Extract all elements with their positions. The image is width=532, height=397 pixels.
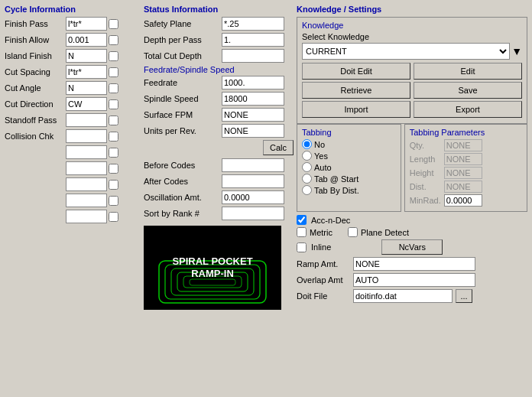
safety-plane-label: Safety Plane (144, 19, 220, 28)
cut-angle-checkbox[interactable] (109, 83, 118, 93)
edit-button[interactable]: Edit (414, 63, 522, 80)
extra5-checkbox[interactable] (109, 212, 118, 222)
param-minrad: MinRad. (410, 194, 522, 207)
param-dist: Dist. (410, 181, 522, 193)
cut-angle-input[interactable] (66, 81, 107, 95)
spindle-speed-label: Spindle Speed (144, 94, 220, 103)
island-finish-checkbox[interactable] (109, 51, 118, 61)
save-button[interactable]: Save (414, 82, 522, 99)
standoff-pass-checkbox[interactable] (109, 116, 118, 125)
doit-file-input[interactable] (353, 289, 453, 303)
ramp-amt-input[interactable] (353, 257, 475, 271)
finish-allow-checkbox[interactable] (109, 35, 118, 45)
param-minrad-input[interactable] (444, 194, 482, 207)
oscillation-amt-label: Oscillation Amt. (144, 193, 220, 202)
calc-button[interactable]: Calc (263, 140, 294, 155)
extra1-checkbox[interactable] (109, 148, 118, 158)
depth-per-pass-row: Depth per Pass (144, 33, 294, 47)
param-length-input[interactable] (444, 153, 482, 165)
import-button[interactable]: Import (302, 101, 410, 118)
doit-file-label: Doit File (297, 291, 350, 301)
oscillation-amt-input[interactable] (222, 190, 284, 204)
collision-chk-checkbox[interactable] (109, 132, 118, 142)
cut-spacing-label: Cut Spacing (5, 67, 64, 76)
tabbing-params-group: Tabbing Parameters Qty. Length Height Di… (404, 124, 527, 212)
cut-spacing-checkbox[interactable] (109, 67, 118, 77)
knowledge-dropdown-arrow[interactable]: ▼ (511, 45, 522, 57)
metric-checkbox[interactable] (297, 227, 307, 237)
select-knowledge-label: Select Knowledge (302, 32, 522, 41)
svg-rect-5 (190, 279, 235, 285)
units-per-rev-label: Units per Rev. (144, 126, 220, 135)
ncvars-button[interactable]: NcVars (381, 239, 443, 255)
radio-no-input[interactable] (302, 139, 312, 149)
field-row-collision-chk: Collision Chk (5, 129, 141, 143)
radio-tab-by-dist-label: Tab By Dist. (314, 186, 359, 195)
field-row-finish-pass: Finish Pass (5, 17, 141, 31)
island-finish-input[interactable] (66, 49, 107, 63)
radio-auto-input[interactable] (302, 162, 312, 172)
before-codes-label: Before Codes (144, 161, 220, 170)
sort-by-rank-row: Sort by Rank # (144, 207, 294, 220)
safety-plane-input[interactable] (222, 17, 284, 31)
feedrate-input[interactable] (222, 76, 284, 89)
acc-n-dec-checkbox[interactable] (297, 215, 307, 225)
surface-fpm-label: Surface FPM (144, 110, 220, 119)
cut-angle-label: Cut Angle (5, 83, 64, 93)
surface-fpm-input[interactable] (222, 108, 284, 122)
radio-tab-by-dist-input[interactable] (302, 185, 312, 195)
acc-n-dec-label: Acc-n-Dec (311, 216, 350, 225)
overlap-amt-row: Overlap Amt (297, 273, 527, 287)
overlap-amt-input[interactable] (353, 273, 475, 287)
total-cut-depth-row: Total Cut Depth (144, 49, 294, 63)
extra4-checkbox[interactable] (109, 196, 118, 206)
extra3-checkbox[interactable] (109, 180, 118, 190)
plane-detect-checkbox[interactable] (348, 227, 358, 237)
retrieve-button[interactable]: Retrieve (302, 82, 410, 99)
extra5-input[interactable] (66, 210, 107, 223)
extra1-input[interactable] (66, 145, 107, 159)
field-row-extra1 (5, 145, 141, 159)
knowledge-select[interactable]: CURRENT (302, 43, 510, 60)
finish-pass-checkbox[interactable] (109, 19, 118, 29)
param-dist-input[interactable] (444, 181, 482, 193)
browse-button[interactable]: ... (456, 289, 472, 303)
export-button[interactable]: Export (414, 101, 522, 118)
radio-yes-input[interactable] (302, 151, 312, 161)
radio-yes: Yes (302, 151, 396, 161)
doit-file-row: Doit File ... (297, 289, 527, 303)
before-codes-input[interactable] (222, 158, 284, 172)
cut-direction-checkbox[interactable] (109, 99, 118, 109)
field-row-cut-angle: Cut Angle (5, 81, 141, 95)
cut-direction-input[interactable] (66, 97, 107, 111)
param-length: Length (410, 153, 522, 165)
after-codes-input[interactable] (222, 174, 284, 188)
inline-checkbox[interactable] (297, 242, 307, 252)
finish-pass-input[interactable] (66, 17, 107, 31)
param-height-input[interactable] (444, 167, 482, 179)
extra3-input[interactable] (66, 177, 107, 191)
collision-chk-input[interactable] (66, 129, 107, 143)
spindle-speed-input[interactable] (222, 92, 284, 106)
param-qty-input[interactable] (444, 139, 482, 151)
feedrate-row: Feedrate (144, 76, 294, 89)
standoff-pass-input[interactable] (66, 113, 107, 127)
depth-per-pass-input[interactable] (222, 33, 284, 47)
after-codes-label: After Codes (144, 177, 220, 186)
sort-by-rank-input[interactable] (222, 207, 284, 220)
extra2-input[interactable] (66, 161, 107, 175)
standoff-pass-label: Standoff Pass (5, 116, 64, 125)
radio-no-label: No (314, 140, 325, 149)
units-per-rev-input[interactable] (222, 124, 284, 138)
radio-tab-at-start-label: Tab @ Start (314, 174, 358, 184)
total-cut-depth-input[interactable] (222, 49, 284, 63)
plane-detect-label: Plane Detect (361, 228, 409, 237)
param-dist-label: Dist. (410, 182, 442, 191)
extra2-checkbox[interactable] (109, 164, 118, 174)
cut-spacing-input[interactable] (66, 65, 107, 79)
oscillation-amt-row: Oscillation Amt. (144, 190, 294, 204)
doit-edit-button[interactable]: Doit Edit (302, 63, 410, 80)
radio-tab-at-start-input[interactable] (302, 174, 312, 184)
extra4-input[interactable] (66, 194, 107, 207)
finish-allow-input[interactable] (66, 33, 107, 47)
